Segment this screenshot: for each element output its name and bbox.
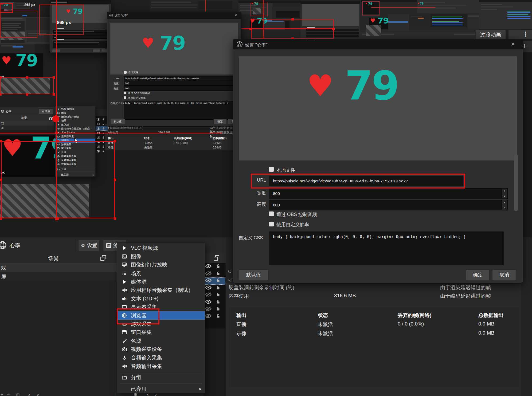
menu-item-mini-4[interactable]: 媒体源 [55, 123, 95, 127]
unlock-icon[interactable] [216, 314, 220, 319]
custom-fps-checkbox[interactable] [269, 222, 274, 226]
unlock-icon[interactable] [102, 135, 104, 140]
move-down-icon[interactable]: ∨ [154, 393, 157, 396]
eye-icon[interactable] [205, 264, 212, 269]
menu-item-10[interactable]: 窗口采集 [117, 328, 205, 337]
eye-icon[interactable] [205, 300, 212, 305]
menu-item-3[interactable]: 场景 [117, 269, 205, 278]
cancel-button[interactable]: 取消 [492, 269, 516, 280]
dialog-titlebar[interactable]: 设置 "心率" × [233, 39, 523, 49]
dialog-scrollbar[interactable] [514, 154, 518, 211]
audio-via-obs-checkbox[interactable] [269, 211, 274, 216]
eye-off-icon[interactable] [97, 135, 100, 140]
copy-icon[interactable] [214, 255, 220, 261]
scene-row[interactable]: 戏 [0, 263, 117, 272]
local-file-checkbox[interactable] [269, 167, 274, 172]
menu-item-5[interactable]: 应用程序音频采集（测试） [117, 286, 205, 295]
source-row[interactable] [204, 277, 225, 285]
source-row[interactable] [204, 299, 225, 306]
menu-item-mini-0[interactable]: VLC 视频源 [55, 107, 95, 111]
eye-icon[interactable] [205, 278, 212, 284]
unlock-icon[interactable] [216, 264, 220, 269]
mid-scene-row[interactable]: 屏 [0, 126, 54, 130]
move-up-icon[interactable]: ∧ [28, 393, 31, 396]
transition-button[interactable]: 过渡动画 [475, 30, 506, 40]
source-row[interactable] [96, 126, 108, 131]
mini-css-field[interactable] [53, 41, 107, 48]
defaults-button[interactable]: 默认值 [239, 269, 268, 280]
unlock-icon[interactable] [216, 292, 220, 298]
custom-fps-checkbox[interactable] [124, 96, 126, 99]
unlock-icon[interactable] [216, 285, 220, 291]
source-row[interactable] [204, 263, 225, 270]
copy-icon[interactable] [100, 255, 106, 261]
menu-item-11[interactable]: 色源 [117, 337, 205, 345]
source-properties-icon[interactable]: ⊞ [16, 392, 19, 396]
menu-item-16[interactable]: 已弃用▶ [117, 385, 205, 393]
add-source-icon[interactable]: + [1, 392, 3, 396]
height-input[interactable]: 600 [124, 86, 234, 91]
source-row[interactable] [204, 292, 225, 299]
source-row[interactable] [204, 285, 225, 292]
width-input[interactable]: 800 ∧∨ [269, 188, 508, 199]
unlock-icon[interactable] [216, 271, 220, 277]
move-up-icon[interactable]: ∧ [146, 393, 149, 396]
unlock-icon[interactable] [216, 278, 220, 284]
scene-row[interactable]: 屏 [0, 272, 117, 281]
source-row[interactable] [204, 306, 225, 313]
unlock-icon[interactable] [216, 300, 220, 305]
menu-item-12[interactable]: 视频采集设备 [117, 345, 205, 354]
menu-item-15[interactable]: 分组 [117, 373, 205, 382]
source-row[interactable] [204, 313, 225, 320]
move-down-icon[interactable]: ∨ [36, 393, 39, 396]
menu-item-4[interactable]: 媒体源 [117, 277, 205, 286]
source-row[interactable] [96, 117, 108, 121]
eye-off-icon[interactable] [205, 292, 212, 298]
menu-item-1[interactable]: 图像 [117, 252, 205, 261]
ok-button[interactable]: 确定 [213, 119, 227, 124]
width-input[interactable]: 800 [124, 81, 234, 86]
unlock-icon[interactable] [216, 307, 220, 312]
unlock-icon[interactable] [102, 126, 104, 131]
gear-icon[interactable]: ⚙ [134, 392, 137, 396]
local-file-checkbox[interactable] [124, 71, 127, 74]
source-row[interactable] [204, 270, 225, 278]
eye-icon[interactable] [97, 117, 100, 122]
mini-height-field[interactable] [53, 36, 109, 39]
unlock-icon[interactable] [102, 117, 104, 122]
custom-css-input[interactable]: body { background-color: rgba(0, 0, 0, 0… [124, 101, 235, 120]
add-icon[interactable]: + [522, 42, 527, 50]
close-icon[interactable]: × [235, 13, 237, 17]
kebab-menu-icon[interactable]: ⋮ [522, 30, 529, 38]
height-stepper[interactable]: ∧∨ [502, 200, 507, 210]
width-stepper[interactable]: ∧∨ [502, 189, 507, 198]
ok-button[interactable]: 确定 [466, 269, 490, 280]
menu-item-mini-3[interactable]: 场景 [55, 119, 95, 123]
menu-item-mini-2[interactable]: 图像幻灯片放映 [55, 115, 95, 119]
remove-source-icon[interactable]: − [7, 392, 10, 396]
menu-item-0[interactable]: VLC 视频源 [117, 244, 205, 252]
height-input[interactable]: 600 ∧∨ [269, 200, 508, 210]
mid-settings-button[interactable]: ⚙设置 [39, 108, 53, 114]
source-row[interactable] [96, 135, 108, 140]
copy-icon[interactable] [49, 117, 52, 120]
menu-item-6[interactable]: ab文本 (GDI+) [117, 295, 205, 303]
source-row[interactable] [96, 121, 108, 126]
mid-scene-row[interactable]: 戏 [0, 121, 54, 126]
audio-via-obs-checkbox[interactable] [124, 92, 126, 94]
unlock-icon[interactable] [102, 121, 104, 126]
eye-off-icon[interactable] [97, 121, 100, 126]
menu-item-2[interactable]: 图像幻灯片放映 [117, 261, 205, 269]
close-icon[interactable]: × [511, 40, 515, 48]
eye-icon[interactable] [205, 285, 212, 291]
url-input[interactable]: https://pulsoid.net/widget/view/c70b742d… [124, 76, 234, 81]
defaults-button[interactable]: 默认值 [110, 119, 125, 124]
eye-icon[interactable] [97, 126, 100, 131]
custom-css-input[interactable]: body { background-color: rgba(0, 0, 0, 0… [269, 232, 504, 265]
source-settings-button[interactable]: ⚙设置 [78, 240, 100, 251]
mini-ok-button[interactable] [93, 49, 100, 52]
menu-item-mini-5[interactable]: 应用程序音频采集（测试） [55, 127, 95, 131]
eye-off-icon[interactable] [205, 314, 212, 319]
mini-defaults-button[interactable] [52, 49, 60, 52]
menu-item-14[interactable]: 音频输出采集 [117, 362, 205, 370]
